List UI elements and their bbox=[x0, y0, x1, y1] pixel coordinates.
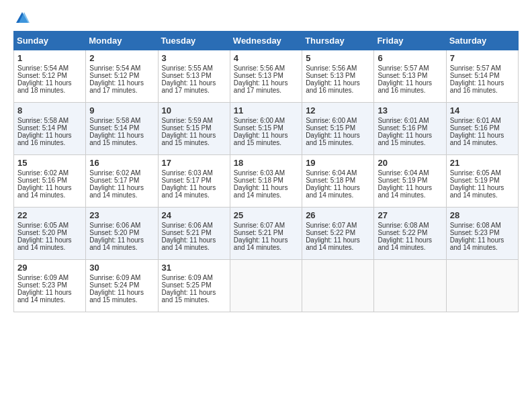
sunset-text: Sunset: 5:18 PM bbox=[234, 177, 283, 184]
day-number: 16 bbox=[89, 158, 154, 168]
sunrise-text: Sunrise: 5:57 AM bbox=[450, 64, 501, 72]
day-number: 25 bbox=[234, 210, 298, 220]
calendar-cell: 16 Sunrise: 6:02 AM Sunset: 5:17 PM Dayl… bbox=[86, 155, 158, 208]
calendar-cell bbox=[446, 260, 518, 312]
sunset-text: Sunset: 5:13 PM bbox=[234, 72, 283, 79]
day-number: 9 bbox=[89, 105, 154, 116]
sunset-text: Sunset: 5:19 PM bbox=[378, 177, 427, 184]
daylight-text: Daylight: 11 hours and 15 minutes. bbox=[89, 289, 144, 304]
calendar-cell bbox=[302, 260, 374, 312]
sunset-text: Sunset: 5:21 PM bbox=[234, 229, 283, 236]
sunrise-text: Sunrise: 6:02 AM bbox=[89, 169, 140, 177]
calendar-cell: 2 Sunrise: 5:54 AM Sunset: 5:12 PM Dayli… bbox=[86, 50, 158, 103]
sunrise-text: Sunrise: 6:01 AM bbox=[450, 117, 501, 124]
calendar-week-row: 22 Sunrise: 6:05 AM Sunset: 5:20 PM Dayl… bbox=[14, 208, 519, 260]
calendar-table: SundayMondayTuesdayWednesdayThursdayFrid… bbox=[13, 31, 519, 312]
calendar-cell: 24 Sunrise: 6:06 AM Sunset: 5:21 PM Dayl… bbox=[158, 208, 230, 260]
sunrise-text: Sunrise: 6:06 AM bbox=[89, 222, 140, 229]
day-number: 5 bbox=[306, 53, 370, 63]
logo bbox=[13, 11, 30, 26]
day-number: 4 bbox=[234, 53, 298, 63]
daylight-text: Daylight: 11 hours and 14 minutes. bbox=[89, 184, 144, 199]
sunset-text: Sunset: 5:16 PM bbox=[378, 124, 427, 132]
sunrise-text: Sunrise: 6:05 AM bbox=[17, 222, 69, 229]
day-number: 31 bbox=[162, 263, 226, 273]
daylight-text: Daylight: 11 hours and 15 minutes. bbox=[306, 132, 360, 146]
sunrise-text: Sunrise: 5:55 AM bbox=[162, 64, 213, 72]
calendar-cell: 21 Sunrise: 6:05 AM Sunset: 5:19 PM Dayl… bbox=[446, 155, 518, 208]
day-number: 15 bbox=[17, 158, 82, 168]
calendar-cell: 9 Sunrise: 5:58 AM Sunset: 5:14 PM Dayli… bbox=[86, 103, 158, 155]
sunrise-text: Sunrise: 5:58 AM bbox=[17, 117, 69, 124]
calendar-header-wednesday: Wednesday bbox=[230, 32, 302, 50]
calendar-cell: 23 Sunrise: 6:06 AM Sunset: 5:20 PM Dayl… bbox=[86, 208, 158, 260]
sunset-text: Sunset: 5:24 PM bbox=[89, 281, 139, 289]
daylight-text: Daylight: 11 hours and 14 minutes. bbox=[162, 236, 216, 251]
sunset-text: Sunset: 5:15 PM bbox=[162, 124, 212, 132]
day-number: 3 bbox=[162, 53, 226, 63]
sunrise-text: Sunrise: 5:54 AM bbox=[89, 64, 140, 72]
calendar-cell: 18 Sunrise: 6:03 AM Sunset: 5:18 PM Dayl… bbox=[230, 155, 302, 208]
daylight-text: Daylight: 11 hours and 14 minutes. bbox=[450, 132, 504, 146]
daylight-text: Daylight: 11 hours and 16 minutes. bbox=[450, 79, 504, 94]
day-number: 23 bbox=[89, 210, 154, 220]
daylight-text: Daylight: 11 hours and 16 minutes. bbox=[17, 132, 72, 146]
sunrise-text: Sunrise: 6:01 AM bbox=[378, 117, 429, 124]
day-number: 24 bbox=[162, 210, 226, 220]
sunset-text: Sunset: 5:13 PM bbox=[162, 72, 212, 79]
calendar-cell: 30 Sunrise: 6:09 AM Sunset: 5:24 PM Dayl… bbox=[86, 260, 158, 312]
calendar-cell: 17 Sunrise: 6:03 AM Sunset: 5:17 PM Dayl… bbox=[158, 155, 230, 208]
daylight-text: Daylight: 11 hours and 14 minutes. bbox=[378, 236, 432, 251]
sunrise-text: Sunrise: 6:03 AM bbox=[162, 169, 213, 177]
sunset-text: Sunset: 5:15 PM bbox=[306, 124, 355, 132]
sunrise-text: Sunrise: 6:00 AM bbox=[234, 117, 285, 124]
calendar-cell: 27 Sunrise: 6:08 AM Sunset: 5:22 PM Dayl… bbox=[374, 208, 446, 260]
calendar-cell: 15 Sunrise: 6:02 AM Sunset: 5:16 PM Dayl… bbox=[14, 155, 86, 208]
sunrise-text: Sunrise: 6:07 AM bbox=[306, 222, 357, 229]
calendar-cell: 7 Sunrise: 5:57 AM Sunset: 5:14 PM Dayli… bbox=[446, 50, 518, 103]
logo-icon bbox=[15, 11, 30, 26]
calendar-header-row: SundayMondayTuesdayWednesdayThursdayFrid… bbox=[14, 32, 519, 50]
calendar-header-monday: Monday bbox=[86, 32, 158, 50]
sunset-text: Sunset: 5:16 PM bbox=[17, 177, 67, 184]
daylight-text: Daylight: 11 hours and 17 minutes. bbox=[89, 79, 144, 94]
day-number: 30 bbox=[89, 263, 154, 273]
day-number: 7 bbox=[450, 53, 515, 63]
sunset-text: Sunset: 5:18 PM bbox=[306, 177, 355, 184]
calendar-cell: 10 Sunrise: 5:59 AM Sunset: 5:15 PM Dayl… bbox=[158, 103, 230, 155]
calendar-week-row: 1 Sunrise: 5:54 AM Sunset: 5:12 PM Dayli… bbox=[14, 50, 519, 103]
daylight-text: Daylight: 11 hours and 14 minutes. bbox=[450, 236, 504, 251]
calendar-header-sunday: Sunday bbox=[14, 32, 86, 50]
day-number: 6 bbox=[378, 53, 442, 63]
sunset-text: Sunset: 5:25 PM bbox=[162, 281, 212, 289]
calendar-week-row: 29 Sunrise: 6:09 AM Sunset: 5:23 PM Dayl… bbox=[14, 260, 519, 312]
calendar-cell: 31 Sunrise: 6:09 AM Sunset: 5:25 PM Dayl… bbox=[158, 260, 230, 312]
daylight-text: Daylight: 11 hours and 16 minutes. bbox=[378, 79, 432, 94]
sunset-text: Sunset: 5:17 PM bbox=[89, 177, 139, 184]
sunset-text: Sunset: 5:14 PM bbox=[89, 124, 139, 132]
day-number: 12 bbox=[306, 105, 370, 116]
daylight-text: Daylight: 11 hours and 14 minutes. bbox=[450, 184, 504, 199]
daylight-text: Daylight: 11 hours and 14 minutes. bbox=[17, 289, 72, 304]
day-number: 28 bbox=[450, 210, 515, 220]
day-number: 21 bbox=[450, 158, 515, 168]
daylight-text: Daylight: 11 hours and 15 minutes. bbox=[234, 132, 288, 146]
calendar-header-saturday: Saturday bbox=[446, 32, 518, 50]
sunrise-text: Sunrise: 5:58 AM bbox=[89, 117, 140, 124]
day-number: 10 bbox=[162, 105, 226, 116]
sunrise-text: Sunrise: 6:05 AM bbox=[450, 169, 501, 177]
calendar-cell: 3 Sunrise: 5:55 AM Sunset: 5:13 PM Dayli… bbox=[158, 50, 230, 103]
sunrise-text: Sunrise: 6:09 AM bbox=[162, 274, 213, 281]
sunrise-text: Sunrise: 6:06 AM bbox=[162, 222, 213, 229]
daylight-text: Daylight: 11 hours and 14 minutes. bbox=[162, 184, 216, 199]
daylight-text: Daylight: 11 hours and 14 minutes. bbox=[17, 184, 72, 199]
sunrise-text: Sunrise: 6:08 AM bbox=[378, 222, 429, 229]
sunset-text: Sunset: 5:17 PM bbox=[162, 177, 212, 184]
calendar-header-thursday: Thursday bbox=[302, 32, 374, 50]
day-number: 8 bbox=[17, 105, 82, 116]
daylight-text: Daylight: 11 hours and 15 minutes. bbox=[378, 132, 432, 146]
daylight-text: Daylight: 11 hours and 16 minutes. bbox=[306, 79, 360, 94]
daylight-text: Daylight: 11 hours and 18 minutes. bbox=[17, 79, 72, 94]
sunrise-text: Sunrise: 5:59 AM bbox=[162, 117, 213, 124]
calendar-cell bbox=[230, 260, 302, 312]
